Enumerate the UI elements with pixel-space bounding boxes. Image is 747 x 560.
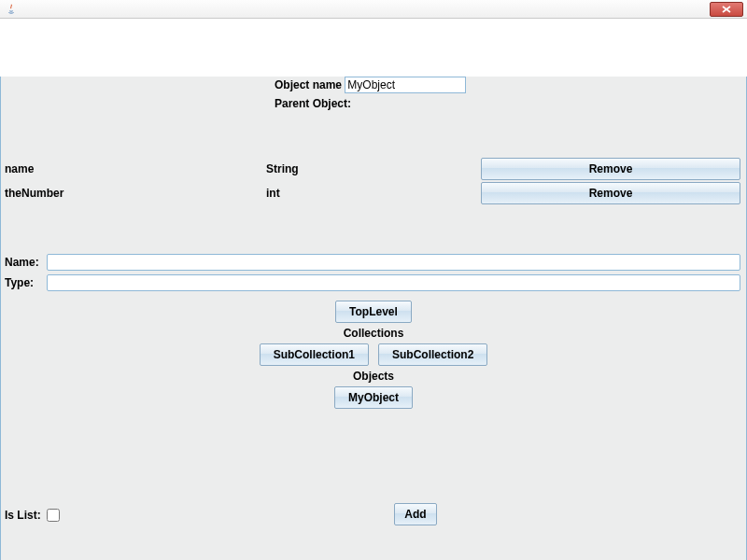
subcollection1-button[interactable]: SubCollection1 [260,343,369,366]
close-button[interactable] [710,2,743,17]
add-button[interactable]: Add [394,503,436,525]
field-type: int [266,187,481,200]
objects-label: Objects [1,370,746,383]
name-input[interactable] [47,254,740,271]
dialog-content: Object name Parent Object: name String R… [0,77,747,560]
object-name-input[interactable] [345,77,466,93]
parent-object-label: Parent Object: [275,97,351,110]
table-row: theNumber int Remove [1,181,746,205]
toplevel-button[interactable]: TopLevel [335,301,412,323]
type-label: Type: [5,276,47,289]
field-name: name [5,162,266,175]
remove-button[interactable]: Remove [481,158,740,180]
name-label: Name: [5,256,47,269]
title-bar [0,0,747,19]
field-name: theNumber [5,187,266,200]
myobject-button[interactable]: MyObject [334,386,413,409]
type-input[interactable] [47,274,740,291]
collections-label: Collections [1,327,746,340]
object-name-label: Object name [275,78,342,91]
field-type: String [266,162,481,175]
remove-button[interactable]: Remove [481,182,740,204]
table-row: name String Remove [1,157,746,181]
field-table: name String Remove theNumber int Remove [1,157,746,205]
java-icon [4,2,19,17]
subcollection2-button[interactable]: SubCollection2 [378,343,487,366]
